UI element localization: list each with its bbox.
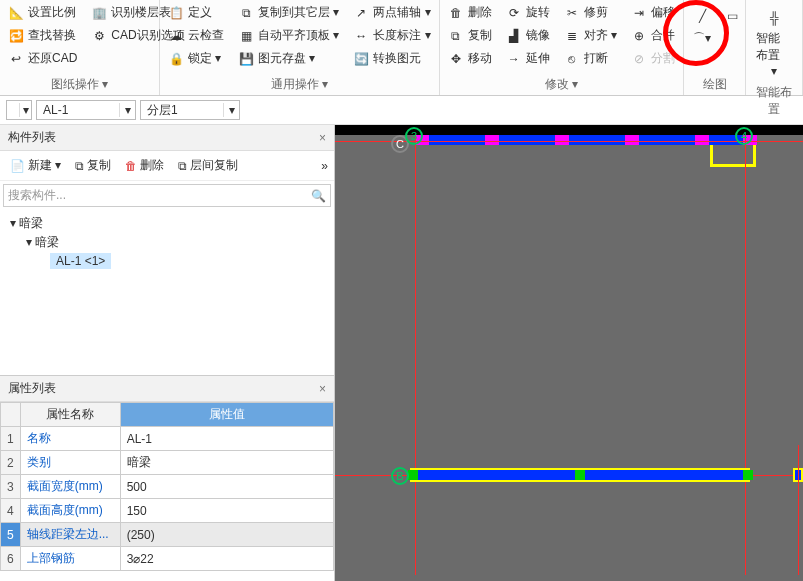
split-button[interactable]: ⊘分割 — [627, 48, 679, 69]
table-row[interactable]: 4截面高度(mm)150 — [1, 499, 334, 523]
line-tool-button[interactable]: ╱ — [690, 6, 714, 26]
magenta-seg — [555, 135, 569, 145]
restore-cad-button[interactable]: ↩还原CAD — [4, 48, 81, 69]
ribbon-group-common: 📋定义 ☁云检查 🔒锁定 ▾ ⧉复制到其它层 ▾ ▦自动平齐顶板 ▾ 💾图元存盘… — [160, 0, 440, 95]
ribbon-group-drawing: 📐设置比例 🔁查找替换 ↩还原CAD 🏢识别楼层表 ⚙CAD识别选项 图纸操作 … — [0, 0, 160, 95]
grip-handle[interactable] — [408, 470, 418, 480]
selector-component[interactable]: AL-1▾ — [36, 100, 136, 120]
table-row[interactable]: 2类别暗梁 — [1, 451, 334, 475]
component-list-toolbar: 📄新建 ▾ ⧉复制 🗑删除 ⧉层间复制 » — [0, 151, 334, 181]
copy-button[interactable]: ⧉复制 — [444, 25, 496, 46]
new-button[interactable]: 📄新建 ▾ — [6, 155, 65, 176]
cloud-check-button[interactable]: ☁云检查 — [164, 25, 228, 46]
line-icon: ╱ — [694, 8, 710, 24]
delete-button[interactable]: 🗑删除 — [444, 2, 496, 23]
selector-row: ▾ AL-1▾ 分层1▾ — [0, 96, 803, 125]
col-header-value: 属性值 — [120, 403, 333, 427]
extend-button[interactable]: →延伸 — [502, 48, 554, 69]
table-row[interactable]: 5轴线距梁左边...(250) — [1, 523, 334, 547]
magenta-seg — [695, 135, 709, 145]
find-replace-button[interactable]: 🔁查找替换 — [4, 25, 81, 46]
layer-copy-button[interactable]: ⧉层间复制 — [174, 155, 242, 176]
copy-to-layer-button[interactable]: ⧉复制到其它层 ▾ — [234, 2, 343, 23]
search-input[interactable]: 搜索构件... 🔍 — [3, 184, 331, 207]
gridline-v — [745, 135, 746, 575]
layer-copy-icon: ⧉ — [178, 159, 187, 173]
two-point-aux-button[interactable]: ↗两点辅轴 ▾ — [349, 2, 434, 23]
length-dim-button[interactable]: ↔长度标注 ▾ — [349, 25, 434, 46]
table-row[interactable]: 3截面宽度(mm)500 — [1, 475, 334, 499]
ribbon: 📐设置比例 🔁查找替换 ↩还原CAD 🏢识别楼层表 ⚙CAD识别选项 图纸操作 … — [0, 0, 803, 96]
trash-icon: 🗑 — [125, 159, 137, 173]
gridline-v — [415, 135, 416, 575]
arc-tool-button[interactable]: ⌒▾ — [690, 28, 714, 48]
rotate-button[interactable]: ⟳旋转 — [502, 2, 554, 23]
gridline-v — [798, 445, 799, 575]
group-label-common[interactable]: 通用操作 ▾ — [164, 74, 435, 95]
tree-child[interactable]: ▾ 暗梁 — [10, 233, 324, 252]
magenta-seg — [485, 135, 499, 145]
offset-button[interactable]: ⇥偏移 — [627, 2, 679, 23]
property-panel: 属性列表 × 属性名称 属性值 1名称AL-1 2类别暗梁 3截面宽度(mm)5… — [0, 375, 334, 581]
move-button[interactable]: ✥移动 — [444, 48, 496, 69]
group-label-draw: 绘图 — [688, 74, 741, 95]
search-icon: 🔍 — [311, 189, 326, 203]
arc-icon: ⌒▾ — [694, 30, 710, 46]
auto-align-button[interactable]: ▦自动平齐顶板 ▾ — [234, 25, 343, 46]
drawing-canvas[interactable]: C 3 4 B — [335, 125, 803, 581]
component-tree: ▾ 暗梁 ▾ 暗梁 AL-1 <1> — [0, 210, 334, 375]
close-icon[interactable]: × — [319, 382, 326, 396]
copy-icon: ⧉ — [75, 159, 84, 173]
set-ratio-button[interactable]: 📐设置比例 — [4, 2, 81, 23]
grip-handle[interactable] — [743, 470, 753, 480]
main-area: 构件列表 × 📄新建 ▾ ⧉复制 🗑删除 ⧉层间复制 » 搜索构件... 🔍 ▾… — [0, 125, 803, 581]
grip-handle[interactable] — [575, 470, 585, 480]
define-button[interactable]: 📋定义 — [164, 2, 228, 23]
col-header-name: 属性名称 — [20, 403, 120, 427]
chevron-down-icon: ▾ — [119, 103, 135, 117]
close-icon[interactable]: × — [319, 131, 326, 145]
chevron-down-icon: ▾ — [223, 103, 239, 117]
table-row[interactable]: 1名称AL-1 — [1, 427, 334, 451]
smart-layout-button[interactable]: ╬ 智能布置 ▾ — [750, 2, 798, 82]
trim-button[interactable]: ✂修剪 — [560, 2, 621, 23]
property-list-title: 属性列表 — [8, 380, 56, 397]
property-list-header: 属性列表 × — [0, 376, 334, 402]
mirror-button[interactable]: ▟镜像 — [502, 25, 554, 46]
ribbon-group-draw: ╱ ⌒▾ ▭ 绘图 — [684, 0, 746, 95]
search-placeholder: 搜索构件... — [8, 187, 311, 204]
component-list-title: 构件列表 — [8, 129, 56, 146]
ribbon-group-modify: 🗑删除 ⧉复制 ✥移动 ⟳旋转 ▟镜像 →延伸 ✂修剪 ≣对齐 ▾ ⎋打断 ⇥偏… — [440, 0, 684, 95]
convert-elem-button[interactable]: 🔄转换图元 — [349, 48, 434, 69]
group-label-smart: 智能布置 — [750, 82, 798, 120]
chevron-down-icon: ▾ — [771, 64, 777, 78]
selector-unknown[interactable]: ▾ — [6, 100, 32, 120]
selector-layer[interactable]: 分层1▾ — [140, 100, 240, 120]
left-panel: 构件列表 × 📄新建 ▾ ⧉复制 🗑删除 ⧉层间复制 » 搜索构件... 🔍 ▾… — [0, 125, 335, 581]
magenta-seg — [625, 135, 639, 145]
axis-label-b: B — [391, 467, 409, 485]
tree-leaf[interactable]: AL-1 <1> — [10, 252, 324, 270]
property-table: 属性名称 属性值 1名称AL-1 2类别暗梁 3截面宽度(mm)500 4截面高… — [0, 402, 334, 571]
lock-button[interactable]: 🔒锁定 ▾ — [164, 48, 228, 69]
smart-layout-icon: ╬ — [762, 6, 786, 30]
rect-icon: ▭ — [724, 8, 740, 24]
ribbon-group-smart: ╬ 智能布置 ▾ 智能布置 — [746, 0, 803, 95]
align-button[interactable]: ≣对齐 ▾ — [560, 25, 621, 46]
merge-button[interactable]: ⊕合并 — [627, 25, 679, 46]
chevron-down-icon: ▾ — [19, 103, 31, 117]
tree-root[interactable]: ▾ 暗梁 — [10, 214, 324, 233]
table-row[interactable]: 6上部钢筋3⌀22 — [1, 547, 334, 571]
save-elements-button[interactable]: 💾图元存盘 ▾ — [234, 48, 343, 69]
copy-component-button[interactable]: ⧉复制 — [71, 155, 115, 176]
group-label-modify[interactable]: 修改 ▾ — [444, 74, 679, 95]
next-icon[interactable]: » — [321, 159, 328, 173]
break-button[interactable]: ⎋打断 — [560, 48, 621, 69]
rect-tool-button[interactable]: ▭ — [720, 6, 744, 26]
component-list-header: 构件列表 × — [0, 125, 334, 151]
yellow-bracket — [710, 145, 756, 167]
axis-label-4: 4 — [735, 127, 753, 145]
delete-component-button[interactable]: 🗑删除 — [121, 155, 168, 176]
new-icon: 📄 — [10, 159, 25, 173]
group-label-drawing[interactable]: 图纸操作 ▾ — [4, 74, 155, 95]
